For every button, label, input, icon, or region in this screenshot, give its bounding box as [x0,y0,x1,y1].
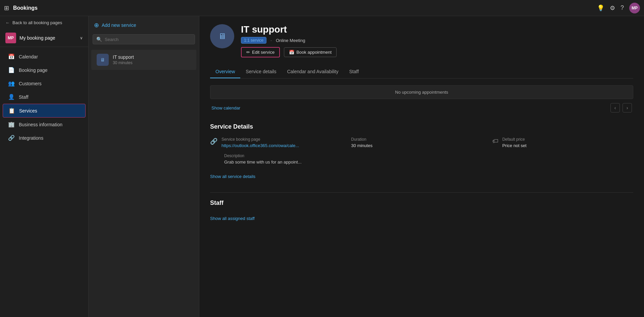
service-avatar: 🖥 [210,24,234,48]
staff-section-divider [210,192,633,193]
calendar-icon: 📅 [8,53,15,60]
service-item-name: IT support [113,54,191,60]
sidebar-item-customers[interactable]: 👥 Customers [3,77,86,90]
booking-page-url[interactable]: https://outlook.office365.com/owa/cale..… [221,143,351,148]
back-arrow-icon: ← [5,20,10,25]
services-icon: 📋 [8,107,15,114]
integrations-icon: 🔗 [8,135,15,141]
service-item-info: IT support 30 minutes [113,54,191,65]
sidebar-item-calendar[interactable]: 📅 Calendar [3,50,86,63]
gear-icon[interactable]: ⚙ [610,4,615,12]
tab-staff[interactable]: Staff [344,65,364,78]
description-content: Description Grab some time with us for a… [224,153,633,165]
show-all-assigned-staff-link[interactable]: Show all assigned staff [210,216,255,221]
search-input[interactable] [105,37,191,42]
sidebar-item-business-information[interactable]: 🏢 Business information [3,118,86,131]
service-type-badge: 1:1 service [241,37,266,44]
calendar-navigation-row: Show calendar ‹ › [210,103,633,112]
service-title: IT support [241,24,633,35]
booking-page-name: My booking page [19,35,77,41]
default-price-value: Price not set [502,143,633,148]
sidebar-item-integrations[interactable]: 🔗 Integrations [3,131,86,144]
customers-icon: 👥 [8,80,15,87]
service-list-item[interactable]: 🖥 IT support 30 minutes [91,50,196,70]
prev-arrow-button[interactable]: ‹ [610,103,620,112]
booking-page-content: Service booking page https://outlook.off… [221,137,351,148]
link-icon: 🔗 [210,138,217,145]
next-arrow-button[interactable]: › [623,103,632,112]
default-price-label: Default price [502,137,633,142]
content-area: 🖥 IT support 1:1 service · Online Meetin… [199,16,644,317]
calendar-book-icon: 📅 [289,50,294,55]
booking-page-label: Service booking page [221,137,351,142]
edit-service-button[interactable]: ✏ Edit service [241,47,280,57]
service-details-section-title: Service Details [210,123,633,130]
duration-content: Duration 30 minutes [351,137,492,148]
booking-page-icon: 📄 [8,67,15,73]
tab-service-details[interactable]: Service details [240,65,282,78]
search-box[interactable]: 🔍 [93,34,195,44]
service-item-icon: 🖥 [97,54,109,66]
no-appointments-banner: No upcoming appointments [210,85,633,99]
help-icon[interactable]: ? [621,4,624,11]
service-meeting-type: Online Meeting [276,38,305,43]
service-actions: ✏ Edit service 📅 Book appointment [241,47,633,57]
book-appointment-button[interactable]: 📅 Book appointment [284,47,337,57]
tab-overview[interactable]: Overview [210,65,240,78]
sidebar-nav: 📅 Calendar 📄 Booking page 👥 Customers 👤 … [0,47,88,147]
topbar: ⊞ Bookings 💡 ⚙ ? MP [0,0,644,16]
grid-icon[interactable]: ⊞ [4,4,9,12]
description-value: Grab some time with us for an appoint... [224,160,633,165]
booking-page-selector[interactable]: MP My booking page ∨ [0,29,88,47]
show-calendar-link[interactable]: Show calendar [211,105,240,110]
duration-detail: Duration 30 minutes [351,137,492,148]
staff-section-title: Staff [210,199,633,207]
detail-tabs: Overview Service details Calendar and Av… [210,65,633,79]
edit-pencil-icon: ✏ [246,50,250,55]
calendar-arrows: ‹ › [610,103,632,112]
service-item-duration: 30 minutes [113,60,191,65]
sidebar: ← Back to all booking pages MP My bookin… [0,16,89,317]
description-label: Description [224,153,633,158]
search-icon: 🔍 [96,37,102,42]
service-header: 🖥 IT support 1:1 service · Online Meetin… [210,24,633,57]
app-title: Bookings [13,5,597,11]
price-icon: 🏷 [492,138,498,145]
add-circle-icon: ⊕ [94,21,99,29]
main-layout: ← Back to all booking pages MP My bookin… [0,16,644,317]
service-meta: 1:1 service · Online Meeting [241,37,633,44]
price-detail: 🏷 Default price Price not set [492,137,633,148]
meta-separator: · [270,38,272,43]
user-avatar[interactable]: MP [629,3,640,13]
duration-label: Duration [351,137,492,142]
service-details-grid: 🔗 Service booking page https://outlook.o… [210,137,633,148]
sidebar-item-booking-page[interactable]: 📄 Booking page [3,63,86,77]
staff-icon: 👤 [8,94,15,100]
description-detail: Description Grab some time with us for a… [210,153,633,165]
duration-value: 30 minutes [351,143,492,148]
price-content: Default price Price not set [502,137,633,148]
booking-page-detail: 🔗 Service booking page https://outlook.o… [210,137,351,148]
service-details-section: Service Details 🔗 Service booking page h… [210,123,633,191]
service-title-area: IT support 1:1 service · Online Meeting … [241,24,633,57]
description-row: Description Grab some time with us for a… [210,153,633,165]
back-to-booking-pages[interactable]: ← Back to all booking pages [0,16,88,29]
tab-calendar-availability[interactable]: Calendar and Availability [282,65,344,78]
topbar-actions: 💡 ⚙ ? MP [597,3,640,13]
sidebar-item-services[interactable]: 📋 Services [3,104,86,118]
chevron-down-icon: ∨ [80,36,83,40]
show-all-service-details-link[interactable]: Show all service details [210,174,255,179]
services-panel: ⊕ Add new service 🔍 🖥 IT support 30 minu… [89,16,199,317]
business-icon: 🏢 [8,121,15,128]
staff-section: Staff Show all assigned staff [210,192,633,221]
booking-page-avatar: MP [5,33,16,43]
sidebar-item-staff[interactable]: 👤 Staff [3,90,86,103]
lightbulb-icon[interactable]: 💡 [597,4,604,12]
add-new-service-button[interactable]: ⊕ Add new service [89,16,199,34]
